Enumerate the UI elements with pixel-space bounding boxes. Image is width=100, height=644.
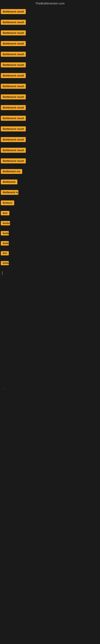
bottleneck-result-badge[interactable]: Bottleneck result (1, 105, 26, 110)
list-item: Bottleneck result (0, 123, 100, 134)
bottleneck-result-badge[interactable]: Bottleneck result (1, 73, 26, 78)
bottleneck-result-badge[interactable]: Bottlenec (1, 221, 10, 226)
list-item: Bottleneck res (0, 166, 100, 176)
list-item: Bottleneck result (0, 80, 100, 91)
list-item: Bottleneck re (0, 186, 100, 197)
bottleneck-result-badge[interactable]: Bottlen (1, 231, 9, 236)
list-item: Bottleneck (0, 238, 100, 248)
bottleneck-result-badge[interactable]: Bottleneck result (1, 84, 26, 89)
list-item: Bottleneck result (0, 70, 100, 80)
bottleneck-result-badge[interactable]: Bottleneck (1, 180, 17, 184)
list-item: Bottleneck result (0, 38, 100, 48)
list-item: Bottleneck result (0, 8, 100, 16)
bottleneck-result-badge[interactable]: Bottleneck result (1, 137, 26, 142)
bottleneck-result-badge[interactable]: Bottleneck result (1, 126, 26, 132)
list-item: Bottleneck result (0, 91, 100, 102)
list-item: Bottleneck result (0, 16, 100, 27)
list-item: Bott (0, 248, 100, 258)
bottleneck-result-badge[interactable]: Bottleneck result (1, 94, 26, 100)
bottleneck-result-badge[interactable]: Bottlene (1, 200, 14, 205)
list-item: Bottleneck (0, 176, 100, 186)
items-container: Bottleneck resultBottleneck resultBottle… (0, 8, 100, 470)
list-item: Bottlenec (0, 217, 100, 228)
bottleneck-result-badge[interactable]: Bott (1, 211, 9, 215)
bottleneck-result-badge[interactable]: Bottleneck res (1, 169, 22, 174)
bottleneck-result-badge[interactable]: Bottleneck result (1, 52, 26, 57)
list-item: Bottleneck result (0, 102, 100, 112)
list-item: Bottlenec (0, 258, 100, 267)
list-item: Bottleneck result (0, 112, 100, 123)
list-item: Bottlene (0, 197, 100, 207)
bottleneck-result-badge[interactable]: Bottleneck result (1, 158, 26, 164)
site-header: TheBottlenecker.com (0, 0, 100, 8)
list-item: Bottleneck result (0, 144, 100, 155)
list-item: Bottleneck result (0, 48, 100, 59)
bottleneck-result-badge[interactable]: Bottleneck result (1, 62, 26, 68)
list-item: Bottlen (0, 228, 100, 238)
bottleneck-result-badge[interactable]: Bottleneck result (1, 41, 26, 46)
bottleneck-result-badge[interactable]: Bottleneck result (1, 116, 26, 121)
bottleneck-result-badge[interactable]: Bott (1, 251, 9, 256)
bottleneck-result-badge[interactable]: Bottlenec (1, 261, 9, 265)
bottleneck-result-badge[interactable]: Bottleneck result (1, 30, 26, 36)
list-item: Bott (0, 207, 100, 217)
list-item: Bottleneck result (0, 134, 100, 144)
bottleneck-result-badge[interactable]: Bottleneck (1, 241, 9, 246)
list-item: Bottleneck result (0, 155, 100, 166)
list-item: Bottleneck result (0, 59, 100, 70)
bottleneck-result-badge[interactable]: Bottleneck result (1, 20, 26, 25)
bottleneck-result-badge[interactable]: Bottleneck re (1, 190, 18, 195)
bottleneck-result-badge[interactable]: Bottleneck result (1, 9, 26, 14)
list-item: Bottleneck result (0, 27, 100, 38)
ellipsis-indicator: ... (0, 386, 100, 390)
cursor (0, 267, 100, 276)
bottleneck-result-badge[interactable]: Bottleneck result (1, 148, 26, 153)
